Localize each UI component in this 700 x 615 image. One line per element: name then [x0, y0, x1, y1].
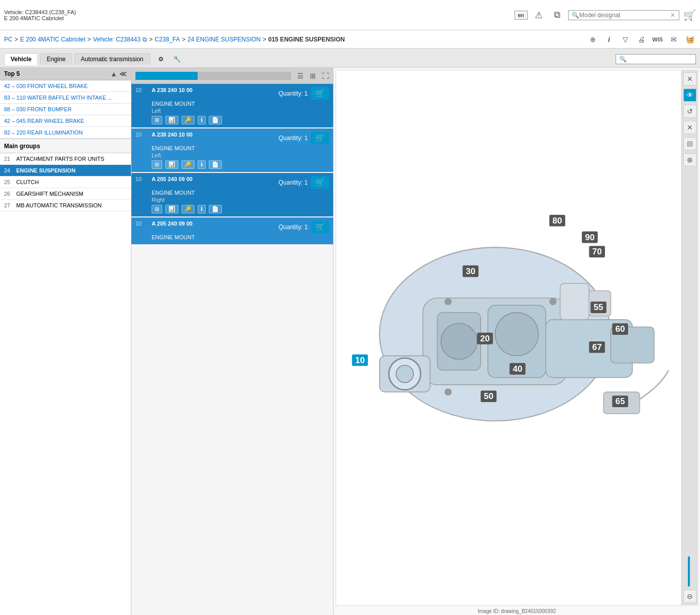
tab-search-input[interactable] — [627, 56, 692, 63]
wis-icon[interactable]: WIS — [651, 33, 664, 46]
grid-icon-1[interactable]: ⊞ — [152, 116, 162, 124]
part-item-4: 10 A 205 240 09 00 Quantity: 1 🛒 ENGINE … — [131, 217, 333, 244]
history-btn[interactable]: ↺ — [683, 105, 696, 118]
part-qty-2: Quantity: 1 🛒 — [278, 131, 329, 144]
info-icon-3[interactable]: ℹ — [198, 205, 206, 213]
group-item-27[interactable]: 27 MB AUTOMATIC TRANSMISSION — [0, 200, 131, 211]
add-to-cart-3[interactable]: 🛒 — [311, 176, 329, 189]
svg-text:40: 40 — [512, 364, 522, 374]
part-item-3: 10 A 205 240 09 00 Quantity: 1 🛒 ENGINE … — [131, 173, 333, 216]
tab-engine[interactable]: Engine — [40, 53, 72, 65]
group-item-24[interactable]: 24 ENGINE SUSPENSION — [0, 165, 131, 177]
breadcrumb-current: 015 ENGINE SUSPENSION — [268, 36, 345, 43]
tab-vehicle[interactable]: Vehicle — [4, 53, 38, 65]
info-icon[interactable]: i — [603, 33, 615, 46]
top5-item-2[interactable]: 83 – 110 WATER BAFFLE WITH INTAKE ... — [0, 92, 131, 104]
part-pos-2: 10 — [135, 131, 148, 138]
zoom-in-icon[interactable]: ⊕ — [587, 33, 599, 46]
group-item-21[interactable]: 21 ATTACHMENT PARTS FOR UNITS — [0, 153, 131, 165]
language-selector[interactable]: en — [515, 11, 528, 20]
grid-icon-2[interactable]: ⊞ — [152, 160, 162, 169]
expand-view-btn[interactable]: ⊟ — [683, 137, 696, 150]
model-search[interactable]: 🔍 ✕ — [568, 10, 679, 20]
part-desc-3: ENGINE MOUNT — [135, 190, 329, 196]
part-qty-4: Quantity: 1 🛒 — [278, 221, 329, 233]
breadcrumb-pc[interactable]: PC — [4, 36, 13, 43]
fullscreen-btn[interactable]: ⛶ — [320, 71, 331, 81]
top5-item-5[interactable]: 82 – 220 REAR ILLUMINATION — [0, 127, 131, 139]
group-item-25[interactable]: 25 CLUTCH — [0, 177, 131, 188]
clear-search-icon[interactable]: ✕ — [670, 12, 675, 19]
copy-vehicle-icon[interactable]: ⧉ — [143, 36, 147, 43]
chart-icon-2[interactable]: 📊 — [165, 160, 178, 169]
eye-btn[interactable]: 👁 — [683, 89, 696, 102]
model-search-input[interactable] — [579, 12, 670, 19]
expand-btn[interactable]: ⊞ — [308, 71, 318, 81]
tab-automatic-transmission[interactable]: Automatic transmission — [74, 53, 150, 65]
diagram-right-toolbar: ✕ 👁 ↺ ✕ ⊟ ⊕ ⊖ — [681, 70, 697, 605]
right-panel: 10 20 30 40 50 55 60 — [334, 68, 700, 615]
breadcrumb-nav: PC > E 200 4MATIC Cabriolet > Vehicle: C… — [4, 36, 345, 43]
info-icon-1[interactable]: ℹ — [198, 116, 206, 124]
header-controls: en ⚠ ⧉ 🔍 ✕ 🛒 — [515, 8, 696, 22]
tab-search[interactable]: 🔍 — [616, 54, 696, 64]
part-action-icons-1: ⊞ 📊 🔑 ℹ 📄 — [135, 116, 329, 124]
breadcrumb-model[interactable]: E 200 4MATIC Cabriolet — [20, 36, 85, 43]
svg-point-5 — [495, 313, 539, 356]
svg-text:20: 20 — [480, 333, 490, 343]
tools-icon[interactable]: 🔧 — [170, 52, 184, 66]
basket-icon[interactable]: 🧺 — [684, 33, 696, 46]
breadcrumb-engine-susp[interactable]: 24 ENGINE SUSPENSION — [188, 36, 261, 43]
header: Vehicle: C238443 (C238_FA) E 200 4MATIC … — [0, 0, 700, 30]
gear-wheel-icon[interactable]: ⚙ — [154, 52, 168, 66]
svg-point-12 — [549, 298, 556, 305]
svg-point-11 — [445, 298, 452, 305]
add-to-cart-4[interactable]: 🛒 — [311, 221, 329, 233]
list-view-btn[interactable]: ☰ — [295, 71, 306, 81]
middle-panel: ☰ ⊞ ⛶ 10 A 238 240 10 00 Quantity: 1 🛒 E… — [131, 68, 334, 615]
key-icon-3[interactable]: 🔑 — [181, 205, 195, 213]
print-icon[interactable]: 🖨 — [635, 33, 647, 46]
group-items: 21 ATTACHMENT PARTS FOR UNITS 24 ENGINE … — [0, 153, 131, 615]
mail-icon[interactable]: ✉ — [668, 33, 680, 46]
cart-icon[interactable]: 🛒 — [683, 9, 696, 21]
zoom-in-diagram-btn[interactable]: ⊕ — [683, 153, 696, 166]
grid-icon-3[interactable]: ⊞ — [152, 205, 162, 213]
crosshair-btn[interactable]: ✕ — [683, 121, 696, 134]
part-pos-4: 10 — [135, 221, 148, 227]
chart-icon-1[interactable]: 📊 — [165, 116, 178, 124]
top5-item-3[interactable]: 88 – 030 FRONT BUMPER — [0, 104, 131, 115]
filter-icon[interactable]: ▽ — [619, 33, 631, 46]
parts-list: 10 A 238 240 10 00 Quantity: 1 🛒 ENGINE … — [131, 84, 333, 615]
breadcrumb-tools: ⊕ i ▽ 🖨 WIS ✉ 🧺 — [587, 33, 696, 46]
svg-point-4 — [441, 323, 477, 360]
top5-close-btn[interactable]: ≪ — [119, 70, 127, 78]
chart-icon-3[interactable]: 📊 — [165, 205, 178, 213]
top5-item-1[interactable]: 42 – 030 FRONT WHEEL BRAKE — [0, 80, 131, 92]
tab-search-icon: 🔍 — [619, 56, 627, 63]
key-icon-1[interactable]: 🔑 — [181, 116, 195, 124]
doc-icon-3[interactable]: 📄 — [209, 205, 222, 213]
part-item-1: 10 A 238 240 10 00 Quantity: 1 🛒 ENGINE … — [131, 84, 333, 127]
alert-icon[interactable]: ⚠ — [532, 8, 546, 22]
copy-icon[interactable]: ⧉ — [550, 8, 564, 22]
header-vehicle-info: Vehicle: C238443 (C238_FA) E 200 4MATIC … — [4, 9, 76, 21]
add-to-cart-1[interactable]: 🛒 — [311, 87, 329, 100]
top5-items: 42 – 030 FRONT WHEEL BRAKE 83 – 110 WATE… — [0, 80, 131, 139]
svg-text:60: 60 — [615, 324, 625, 334]
group-item-26[interactable]: 26 GEARSHIFT MECHANISM — [0, 188, 131, 200]
info-icon-2[interactable]: ℹ — [198, 160, 206, 169]
part-desc-1: ENGINE MOUNT — [135, 101, 329, 107]
key-icon-2[interactable]: 🔑 — [181, 160, 195, 169]
top5-collapse-btn[interactable]: ▲ — [110, 70, 117, 78]
zoom-out-diagram-btn[interactable]: ⊖ — [683, 590, 696, 603]
doc-icon-1[interactable]: 📄 — [209, 116, 222, 124]
part-desc-2: ENGINE MOUNT — [135, 145, 329, 151]
part-item-2: 10 A 238 240 10 00 Quantity: 1 🛒 ENGINE … — [131, 128, 333, 172]
top5-item-4[interactable]: 42 – 045 REAR WHEEL BRAKE — [0, 115, 131, 127]
doc-icon-2[interactable]: 📄 — [209, 160, 222, 169]
close-diagram-btn[interactable]: ✕ — [683, 72, 696, 85]
breadcrumb-vehicle[interactable]: Vehicle: C238443 — [93, 36, 141, 43]
breadcrumb-c238fa[interactable]: C238_FA — [155, 36, 180, 43]
add-to-cart-2[interactable]: 🛒 — [311, 131, 329, 144]
